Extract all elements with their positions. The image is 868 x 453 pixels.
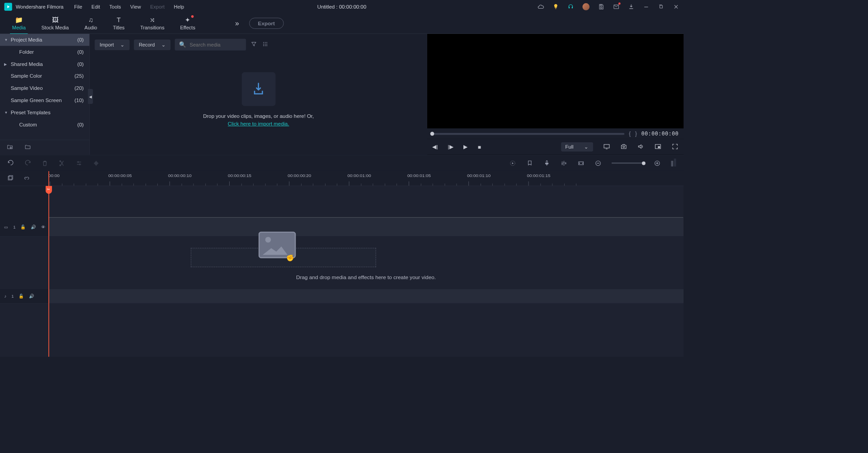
sidebar-item-shared-media[interactable]: ▶Shared Media(0) bbox=[0, 58, 90, 70]
track-size-icon[interactable] bbox=[671, 159, 677, 168]
drop-hint-text: Drop your video clips, images, or audio … bbox=[203, 112, 314, 120]
chevron-down-icon: ⌄ bbox=[584, 144, 589, 150]
pip-icon[interactable] bbox=[654, 143, 661, 151]
search-input[interactable] bbox=[190, 42, 242, 48]
voiceover-icon[interactable] bbox=[543, 159, 551, 167]
render-icon[interactable] bbox=[509, 159, 516, 167]
lock-icon[interactable]: 🔓 bbox=[19, 294, 24, 299]
menu-help[interactable]: Help bbox=[174, 4, 184, 9]
svg-point-5 bbox=[266, 43, 267, 44]
effects-icon: ✦ bbox=[185, 16, 190, 23]
split-icon bbox=[58, 159, 66, 167]
download-icon[interactable] bbox=[628, 3, 634, 9]
zoom-slider[interactable] bbox=[612, 163, 644, 163]
import-drop-icon[interactable] bbox=[241, 72, 275, 106]
sidebar-item-sample-color[interactable]: Sample Color(25) bbox=[0, 70, 90, 82]
folder-icon[interactable] bbox=[24, 144, 32, 151]
svg-point-7 bbox=[265, 45, 266, 46]
mute-icon[interactable]: 🔊 bbox=[29, 294, 34, 299]
undo-icon[interactable] bbox=[7, 159, 14, 167]
cloud-icon[interactable] bbox=[538, 3, 544, 9]
sidebar-item-folder[interactable]: Folder(0) bbox=[0, 46, 90, 58]
ruler-time-label: 00:00:01:10 bbox=[467, 173, 491, 178]
maximize-icon[interactable] bbox=[658, 3, 664, 9]
chevron-icon: ▼ bbox=[4, 111, 8, 115]
transition-icon: ⤭ bbox=[150, 16, 155, 23]
minimize-icon[interactable] bbox=[643, 3, 649, 9]
tab-label: Effects bbox=[180, 25, 195, 31]
fullscreen-icon[interactable] bbox=[671, 143, 679, 151]
marker-icon[interactable] bbox=[526, 159, 533, 167]
sidebar-item-sample-video[interactable]: Sample Video(20) bbox=[0, 82, 90, 94]
tab-audio[interactable]: ♫ Audio bbox=[76, 14, 105, 32]
mute-icon[interactable]: 🔊 bbox=[31, 224, 36, 229]
menu-edit[interactable]: Edit bbox=[91, 4, 100, 9]
audio-track-icon: ♪ bbox=[4, 294, 6, 299]
chevron-icon: ▼ bbox=[4, 38, 8, 42]
playhead[interactable]: ✂ bbox=[48, 171, 49, 357]
user-avatar[interactable] bbox=[582, 3, 590, 10]
display-icon[interactable] bbox=[603, 143, 610, 151]
sidebar-item-custom[interactable]: Custom(0) bbox=[0, 118, 90, 131]
stop-icon[interactable]: ■ bbox=[478, 144, 481, 150]
tab-transitions[interactable]: ⤭ Transitions bbox=[132, 14, 172, 32]
chevron-icon: ▶ bbox=[4, 62, 7, 66]
more-tabs-icon[interactable]: » bbox=[235, 19, 239, 28]
tab-media[interactable]: 📁 Media bbox=[4, 14, 33, 32]
next-frame-icon[interactable]: |▶ bbox=[448, 144, 454, 150]
sidebar-item-sample-green-screen[interactable]: Sample Green Screen(10) bbox=[0, 94, 90, 107]
preview-video[interactable] bbox=[427, 34, 684, 128]
tab-titles[interactable]: T Titles bbox=[105, 14, 132, 32]
menu-view[interactable]: View bbox=[130, 4, 141, 9]
save-icon[interactable] bbox=[598, 3, 604, 9]
tab-effects[interactable]: ✦ Effects bbox=[172, 14, 203, 32]
import-media-link[interactable]: Click here to import media. bbox=[228, 121, 289, 127]
search-media-box[interactable]: 🔍 bbox=[175, 39, 246, 51]
mail-icon[interactable] bbox=[613, 3, 619, 9]
fit-zoom-icon[interactable] bbox=[577, 159, 585, 167]
sidebar-item-label: Folder bbox=[19, 49, 34, 55]
add-folder-icon[interactable] bbox=[6, 144, 14, 151]
export-button[interactable]: Export bbox=[249, 18, 284, 28]
audio-edit-icon bbox=[93, 159, 100, 167]
sidebar-item-count: (10) bbox=[75, 98, 84, 103]
mark-out-icon[interactable]: } bbox=[635, 131, 637, 137]
link-icon[interactable] bbox=[24, 175, 31, 182]
import-dropdown[interactable]: Import⌄ bbox=[94, 39, 129, 50]
visibility-icon[interactable]: 👁 bbox=[41, 224, 45, 229]
zoom-out-icon[interactable] bbox=[594, 159, 602, 167]
svg-point-6 bbox=[263, 45, 264, 46]
mark-in-icon[interactable]: { bbox=[629, 131, 631, 137]
record-dropdown[interactable]: Record⌄ bbox=[134, 39, 170, 50]
app-logo bbox=[4, 3, 12, 10]
menu-tools[interactable]: Tools bbox=[109, 4, 121, 9]
tab-label: Stock Media bbox=[41, 25, 69, 31]
delete-icon bbox=[41, 159, 48, 167]
volume-icon[interactable] bbox=[637, 143, 645, 151]
audio-mixer-icon[interactable] bbox=[561, 159, 568, 167]
tab-stock-media[interactable]: 🖼 Stock Media bbox=[33, 14, 76, 32]
ruler-time-label: 00:00:00:05 bbox=[108, 173, 132, 178]
preview-quality-dropdown[interactable]: Full⌄ bbox=[561, 142, 593, 151]
grid-view-icon[interactable] bbox=[262, 41, 269, 48]
zoom-in-icon[interactable] bbox=[654, 159, 661, 167]
sidebar-item-label: Project Media bbox=[11, 37, 42, 43]
headset-icon[interactable] bbox=[567, 3, 574, 9]
svg-point-4 bbox=[265, 43, 266, 44]
snapshot-icon[interactable] bbox=[620, 143, 627, 151]
track-manager-icon[interactable] bbox=[7, 175, 14, 182]
video-track-1[interactable]: ▭1 🔓 🔊 👁 ✊ Drag and drop media and effec… bbox=[0, 217, 684, 237]
sidebar-item-project-media[interactable]: ▼Project Media(0) bbox=[0, 34, 90, 46]
timeline-ruler[interactable]: 00:0000:00:00:0500:00:00:1000:00:00:1500… bbox=[48, 171, 684, 186]
audio-track-1[interactable]: ♪1 🔓 🔊 bbox=[0, 289, 684, 304]
prev-frame-icon[interactable]: ◀| bbox=[432, 144, 438, 150]
play-icon[interactable]: ▶ bbox=[463, 144, 467, 150]
filter-icon[interactable] bbox=[250, 41, 257, 48]
lightbulb-icon[interactable] bbox=[552, 3, 559, 9]
lock-icon[interactable]: 🔓 bbox=[20, 224, 26, 229]
collapse-sidebar-icon[interactable]: ◀ bbox=[88, 89, 93, 104]
close-icon[interactable] bbox=[673, 3, 679, 9]
sidebar-item-preset-templates[interactable]: ▼Preset Templates bbox=[0, 106, 90, 118]
menu-file[interactable]: File bbox=[74, 4, 82, 9]
preview-scrubber[interactable] bbox=[432, 133, 625, 135]
